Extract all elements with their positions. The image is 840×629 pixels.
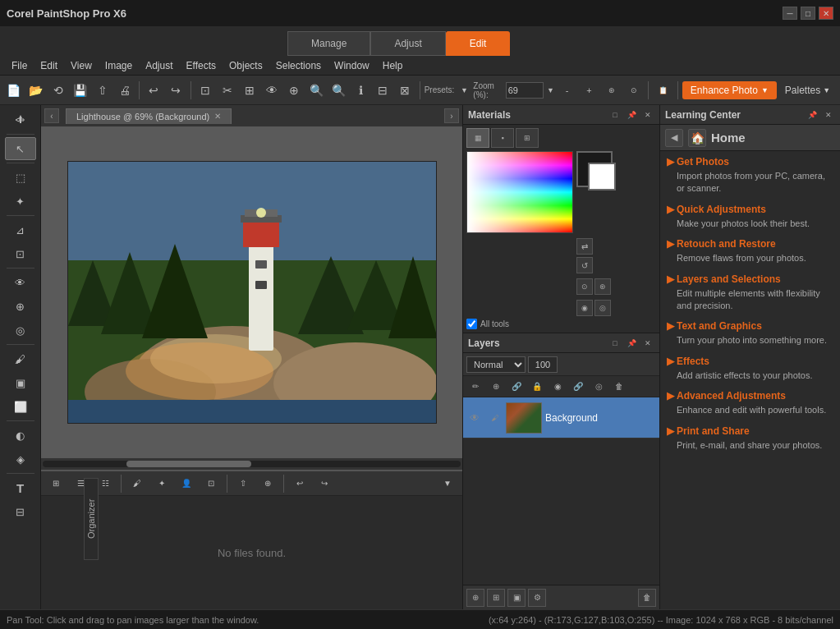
menu-window[interactable]: Window [328, 58, 376, 73]
tab-manage[interactable]: Manage [287, 31, 370, 56]
zoom-dropdown-arrow[interactable]: ▼ [546, 79, 555, 102]
undo-button[interactable]: ↩ [144, 79, 164, 102]
blend-mode-select[interactable]: Normal [466, 356, 526, 373]
menu-help[interactable]: Help [376, 58, 410, 73]
minimize-button[interactable]: ─ [783, 7, 797, 20]
zoom-out-btn[interactable]: 🔍 [306, 79, 327, 102]
org-share[interactable]: ⊕ [256, 472, 279, 495]
lasso-tool[interactable]: ⬚ [5, 166, 36, 189]
text-tool[interactable]: T [5, 476, 36, 499]
zoom-input[interactable] [506, 82, 544, 99]
actual-size-icon[interactable]: ⊙ [623, 79, 644, 102]
layer-paint-toggle[interactable]: 🖌 [486, 410, 503, 426]
lc-print-link[interactable]: ▶Print and Share [667, 425, 833, 437]
deform-button[interactable]: ⊡ [195, 79, 216, 102]
zoom-more-icon[interactable]: ⊛ [601, 79, 622, 102]
layer-mask-btn[interactable]: ◎ [590, 379, 608, 395]
menu-selections[interactable]: Selections [269, 58, 328, 73]
layers-delete[interactable]: 🗑 [638, 589, 656, 607]
tab-adjust[interactable]: Adjust [370, 31, 445, 56]
straighten-button[interactable]: ⊞ [240, 79, 260, 102]
lc-back-btn[interactable]: ◀ [665, 129, 683, 147]
default-colors-btn[interactable]: ↺ [576, 257, 593, 273]
layers-pin-btn[interactable]: 📌 [625, 337, 638, 350]
lc-advanced-link[interactable]: ▶Advanced Adjustments [667, 390, 833, 402]
canvas-tab[interactable]: Lighthouse @ 69% (Background) ✕ [66, 108, 232, 124]
lc-get-photos-link[interactable]: ▶Get Photos [667, 156, 833, 168]
share-button[interactable]: ⇧ [92, 79, 112, 102]
org-collapse[interactable]: ▼ [436, 472, 459, 495]
opacity-input[interactable] [528, 356, 558, 373]
presets-dropdown-btn[interactable]: ▼ [457, 79, 471, 102]
layer-row-background[interactable]: 👁 🖌 Background [463, 397, 659, 438]
layer-edit-btn[interactable]: ✏ [466, 379, 484, 395]
vector-tool[interactable]: ⊟ [5, 500, 36, 523]
org-magic[interactable]: ✦ [150, 472, 173, 495]
menu-file[interactable]: File [5, 58, 34, 73]
org-back[interactable]: ↩ [288, 472, 311, 495]
horizontal-scrollbar[interactable] [41, 458, 462, 470]
view-toggle[interactable]: ⊠ [395, 79, 415, 102]
select-tool[interactable]: ↖ [5, 137, 36, 160]
layer-lock-btn[interactable]: 🔒 [528, 379, 546, 395]
lc-effects-link[interactable]: ▶Effects [667, 356, 833, 367]
perspective-tool[interactable]: ⊡ [5, 242, 36, 265]
layer-visibility-toggle[interactable]: 👁 [466, 410, 483, 426]
canvas-viewport[interactable] [41, 126, 462, 458]
smart-photo[interactable]: ⊕ [284, 79, 305, 102]
enhance-dropdown-icon[interactable]: ▼ [761, 86, 769, 94]
swap-colors-btn[interactable]: ⇄ [576, 238, 593, 255]
maximize-button[interactable]: □ [801, 7, 815, 20]
healing-tool[interactable]: ◎ [5, 319, 36, 342]
lc-home-icon[interactable]: 🏠 [688, 129, 706, 147]
layers-flatten[interactable]: ▣ [507, 589, 526, 607]
lc-text-link[interactable]: ▶Text and Graphics [667, 320, 833, 332]
mat-tool-2[interactable]: ⊛ [594, 278, 611, 295]
lc-retouch-link[interactable]: ▶Retouch and Restore [667, 238, 833, 250]
lc-close-btn[interactable]: ✕ [822, 108, 835, 122]
layers-new-layer[interactable]: ⊕ [466, 589, 484, 607]
lc-pin-btn[interactable]: 📌 [806, 108, 819, 122]
org-person[interactable]: 👤 [175, 472, 198, 495]
scroll-track[interactable] [43, 461, 461, 467]
materials-close-btn[interactable]: ✕ [641, 108, 654, 122]
lc-quick-adjust-link[interactable]: ▶Quick Adjustments [667, 204, 833, 215]
layers-close-btn[interactable]: ✕ [641, 337, 654, 350]
org-compare[interactable]: ⊡ [200, 472, 223, 495]
tab-edit[interactable]: Edit [446, 31, 511, 56]
layer-link-btn[interactable]: 🔗 [507, 379, 526, 395]
open-button[interactable]: 📂 [25, 79, 46, 102]
mat-tab-pattern[interactable]: ⊞ [516, 128, 539, 148]
canvas-next-button[interactable]: › [444, 108, 459, 123]
color-picker[interactable] [466, 151, 573, 233]
background-swatch[interactable] [588, 163, 616, 191]
redo-button[interactable]: ↪ [166, 79, 186, 102]
mat-tool-4[interactable]: ◎ [594, 300, 611, 316]
layer-add-btn[interactable]: ⊕ [487, 379, 505, 395]
canvas-tab-close[interactable]: ✕ [214, 112, 221, 121]
redeye-tool[interactable]: 👁 [5, 271, 36, 294]
mat-tab-gradient[interactable]: ▪ [491, 128, 514, 148]
organizer-label[interactable]: Organizer [84, 478, 99, 560]
materials-new-btn[interactable]: □ [608, 108, 622, 122]
mat-tab-solid[interactable]: ▦ [466, 128, 489, 148]
screen-btn[interactable]: ⊟ [373, 79, 393, 102]
layer-blend-btn[interactable]: ◉ [549, 379, 567, 395]
org-upload[interactable]: ⇧ [232, 472, 255, 495]
org-forward[interactable]: ↪ [313, 472, 336, 495]
history-btn[interactable]: 📋 [653, 79, 673, 102]
zoom-out-icon[interactable]: - [557, 79, 577, 102]
erase-tool[interactable]: ⬜ [5, 395, 36, 418]
menu-image[interactable]: Image [99, 58, 139, 73]
red-eye-button[interactable]: 👁 [262, 79, 282, 102]
palettes-button[interactable]: Palettes ▼ [778, 81, 837, 99]
fill-tool[interactable]: ▣ [5, 371, 36, 394]
lc-layers-link[interactable]: ▶Layers and Selections [667, 273, 833, 285]
magic-wand-tool[interactable]: ✦ [5, 190, 36, 213]
pan-tool-group[interactable] [5, 108, 36, 131]
enhance-photo-button[interactable]: Enhance Photo ▼ [682, 81, 777, 99]
canvas-prev-button[interactable]: ‹ [44, 108, 59, 123]
crop-button[interactable]: ✂ [218, 79, 238, 102]
org-brush[interactable]: 🖌 [126, 472, 149, 495]
new-button[interactable]: 📄 [3, 79, 24, 102]
